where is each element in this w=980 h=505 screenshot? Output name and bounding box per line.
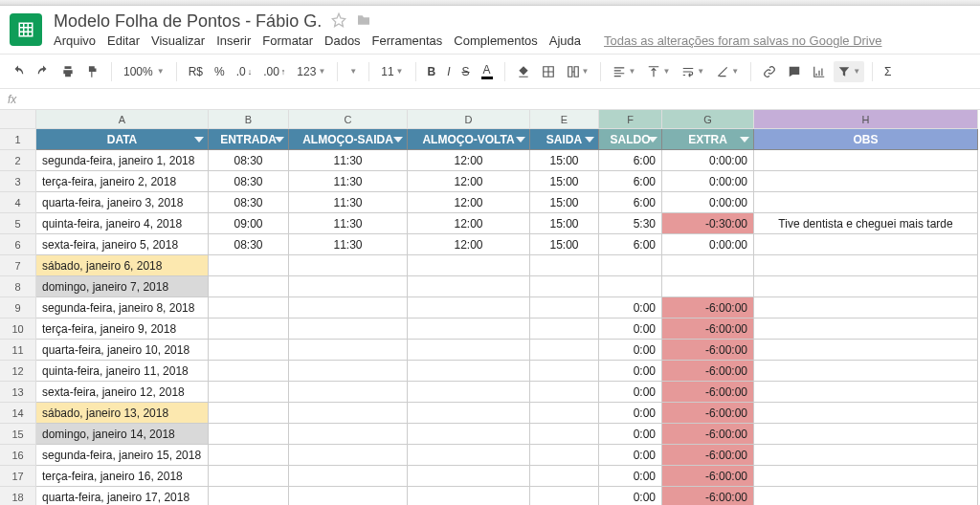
hdr-extra[interactable]: EXTRA — [662, 129, 754, 150]
cell-date[interactable]: sábado, janeiro 6, 2018 — [36, 255, 209, 276]
cell-almoco-saida[interactable] — [289, 466, 408, 487]
hdr-almoco-volta[interactable]: ALMOÇO-VOLTA — [408, 129, 530, 150]
redo-button[interactable] — [33, 61, 54, 82]
cell-date[interactable]: terça-feira, janeiro 9, 2018 — [36, 318, 209, 340]
currency-button[interactable]: R$ — [185, 61, 207, 82]
cell-saldo[interactable]: 0:00 — [599, 466, 662, 487]
cell-entrada[interactable] — [209, 403, 289, 424]
col-head-g[interactable]: G — [662, 110, 754, 129]
cell-entrada[interactable]: 09:00 — [209, 213, 289, 234]
cell-almoco-saida[interactable] — [289, 382, 408, 403]
cell-saldo[interactable] — [599, 276, 662, 297]
menu-visualizar[interactable]: Visualizar — [151, 33, 205, 48]
percent-button[interactable]: % — [211, 61, 229, 82]
cell-obs[interactable] — [754, 466, 978, 487]
cell-saldo[interactable]: 6:00 — [599, 171, 662, 192]
text-color-button[interactable]: A — [478, 59, 497, 83]
cell-entrada[interactable] — [209, 466, 289, 487]
filter-icon[interactable] — [194, 137, 204, 143]
fontsize-dropdown[interactable]: 11 ▼ — [377, 61, 407, 82]
cell-almoco-volta[interactable] — [408, 445, 530, 466]
filter-button[interactable]: ▼ — [834, 61, 864, 82]
cell-saldo[interactable]: 0:00 — [599, 340, 662, 361]
valign-button[interactable]: ▼ — [643, 61, 674, 82]
cell-obs[interactable] — [754, 255, 978, 276]
cell-entrada[interactable]: 08:30 — [209, 171, 289, 192]
zoom-dropdown[interactable]: 100%▼ — [120, 61, 168, 82]
row-head[interactable]: 14 — [0, 403, 36, 424]
cell-almoco-saida[interactable] — [289, 340, 408, 361]
cell-almoco-saida[interactable] — [289, 361, 408, 382]
row-head[interactable]: 11 — [0, 340, 36, 361]
doc-title[interactable]: Modelo Folha de Pontos - Fábio G. — [54, 11, 322, 32]
cell-saida[interactable] — [530, 297, 599, 318]
cell-almoco-volta[interactable] — [408, 487, 530, 505]
row-head-1[interactable]: 1 — [0, 129, 36, 150]
save-status[interactable]: Todas as alterações foram salvas no Goog… — [604, 33, 881, 48]
cell-saldo[interactable]: 0:00 — [599, 361, 662, 382]
cell-extra[interactable]: -6:00:00 — [662, 382, 754, 403]
cell-extra[interactable]: 0:00:00 — [662, 192, 754, 213]
cell-saldo[interactable] — [599, 255, 662, 276]
cell-obs[interactable] — [754, 150, 978, 171]
row-head[interactable]: 6 — [0, 234, 36, 255]
menu-complementos[interactable]: Complementos — [454, 33, 537, 48]
cell-almoco-volta[interactable] — [408, 403, 530, 424]
cell-obs[interactable] — [754, 487, 978, 505]
cell-almoco-saida[interactable] — [289, 445, 408, 466]
cell-almoco-volta[interactable] — [408, 466, 530, 487]
numfmt-dropdown[interactable]: 123▼ — [293, 61, 329, 82]
sheet-grid[interactable]: A B C D E F G H 1 DATA ENTRADA ALMOÇO-SA… — [0, 110, 980, 505]
cell-entrada[interactable] — [209, 340, 289, 361]
cell-almoco-saida[interactable]: 11:30 — [289, 171, 408, 192]
cell-saldo[interactable]: 6:00 — [599, 150, 662, 171]
hdr-almoco-saida[interactable]: ALMOÇO-SAIDA — [289, 129, 408, 150]
cell-saldo[interactable]: 6:00 — [599, 234, 662, 255]
cell-saldo[interactable]: 0:00 — [599, 382, 662, 403]
cell-entrada[interactable] — [209, 318, 289, 340]
filter-icon[interactable] — [275, 137, 284, 143]
print-button[interactable] — [57, 61, 78, 82]
cell-date[interactable]: segunda-feira, janeiro 1, 2018 — [36, 150, 209, 171]
wrap-button[interactable]: ▼ — [678, 61, 708, 82]
filter-icon[interactable] — [648, 137, 657, 143]
cell-saida[interactable] — [530, 403, 599, 424]
col-head-a[interactable]: A — [36, 110, 209, 129]
cell-obs[interactable] — [754, 318, 978, 340]
cell-extra[interactable]: -0:30:00 — [662, 213, 754, 234]
sheets-logo-icon[interactable] — [10, 13, 42, 46]
cell-entrada[interactable]: 08:30 — [209, 150, 289, 171]
cell-obs[interactable] — [754, 445, 978, 466]
cell-entrada[interactable]: 08:30 — [209, 192, 289, 213]
cell-almoco-volta[interactable] — [408, 424, 530, 445]
cell-extra[interactable]: 0:00:00 — [662, 150, 754, 171]
cell-almoco-volta[interactable]: 12:00 — [408, 213, 530, 234]
comment-button[interactable] — [784, 61, 805, 82]
cell-extra[interactable]: -6:00:00 — [662, 424, 754, 445]
cell-saida[interactable]: 15:00 — [530, 150, 599, 171]
cell-almoco-volta[interactable] — [408, 382, 530, 403]
cell-almoco-saida[interactable]: 11:30 — [289, 150, 408, 171]
strike-button[interactable]: S — [458, 61, 474, 82]
cell-almoco-volta[interactable] — [408, 318, 530, 340]
cell-obs[interactable] — [754, 297, 978, 318]
cell-extra[interactable] — [662, 276, 754, 297]
row-head[interactable]: 18 — [0, 487, 36, 505]
cell-almoco-saida[interactable]: 11:30 — [289, 213, 408, 234]
cell-saida[interactable] — [530, 445, 599, 466]
hdr-obs[interactable]: OBS — [754, 129, 978, 150]
cell-entrada[interactable] — [209, 424, 289, 445]
cell-extra[interactable]: -6:00:00 — [662, 318, 754, 340]
cell-almoco-volta[interactable] — [408, 361, 530, 382]
cell-date[interactable]: quarta-feira, janeiro 10, 2018 — [36, 340, 209, 361]
cell-almoco-volta[interactable] — [408, 340, 530, 361]
cell-saida[interactable] — [530, 487, 599, 505]
cell-almoco-saida[interactable] — [289, 424, 408, 445]
cell-obs[interactable] — [754, 192, 978, 213]
cell-almoco-saida[interactable] — [289, 255, 408, 276]
cell-almoco-saida[interactable] — [289, 318, 408, 340]
cell-saida[interactable] — [530, 318, 599, 340]
italic-button[interactable]: I — [443, 61, 454, 82]
hdr-saldo[interactable]: SALDO — [599, 129, 662, 150]
cell-almoco-volta[interactable]: 12:00 — [408, 192, 530, 213]
